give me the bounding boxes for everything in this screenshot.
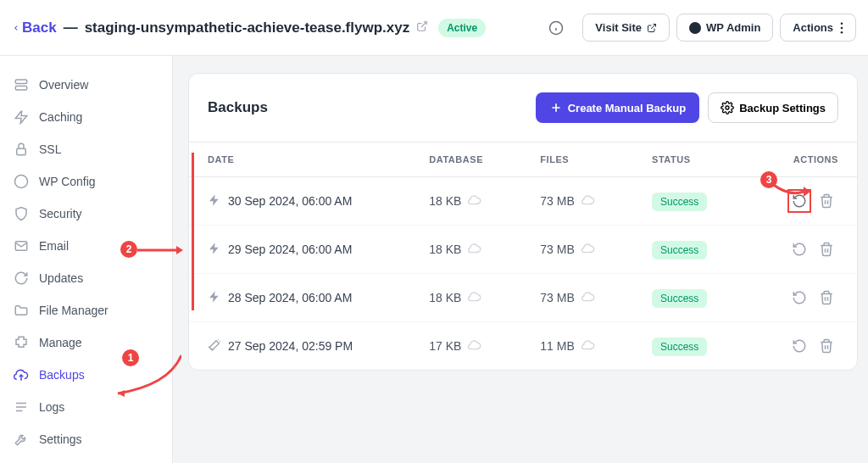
- list-icon: [14, 399, 29, 415]
- delete-button[interactable]: [815, 334, 838, 358]
- download-icon[interactable]: [575, 242, 595, 258]
- col-files: FILES: [521, 142, 633, 177]
- download-icon[interactable]: [575, 193, 595, 209]
- backup-settings-button[interactable]: Backup Settings: [708, 92, 838, 123]
- status-badge: Active: [438, 19, 486, 37]
- db-size: 18 KB: [429, 194, 461, 208]
- files-size: 11 MB: [540, 339, 574, 353]
- sidebar-item-updates[interactable]: Updates: [0, 262, 172, 294]
- download-icon[interactable]: [461, 193, 481, 209]
- col-status: STATUS: [633, 142, 746, 177]
- status-badge: Success: [652, 192, 707, 211]
- backups-panel: Backups Create Manual Backup Backup Sett…: [188, 73, 858, 371]
- sidebar-item-label: File Manager: [39, 304, 108, 317]
- lock-icon: [14, 142, 29, 157]
- gear-icon: [721, 101, 734, 114]
- external-link-icon: [647, 23, 657, 33]
- envelope-icon: [14, 238, 29, 254]
- sidebar-item-logs[interactable]: Logs: [0, 391, 172, 423]
- col-database: DATABASE: [410, 142, 521, 177]
- sidebar-item-settings[interactable]: Settings: [0, 423, 172, 455]
- sidebar-item-label: Manage: [39, 336, 82, 349]
- svg-point-7: [841, 31, 843, 33]
- sidebar-item-label: Backups: [39, 368, 85, 382]
- refresh-icon: [14, 271, 29, 286]
- lightning-icon: [14, 109, 29, 125]
- svg-point-18: [726, 106, 729, 109]
- sidebar-item-backups[interactable]: Backups: [0, 359, 172, 391]
- backup-type-icon: [208, 290, 228, 306]
- sidebar-item-ssl[interactable]: SSL: [0, 133, 172, 165]
- kebab-icon: [840, 22, 843, 34]
- backup-type-icon: [208, 338, 228, 354]
- table-row: 27 Sep 2024, 02:59 PM17 KB11 MBSuccess: [189, 322, 857, 371]
- restore-button[interactable]: [787, 286, 811, 310]
- col-date: DATE: [189, 142, 410, 177]
- svg-rect-10: [17, 148, 26, 155]
- sidebar-item-label: Caching: [39, 110, 82, 124]
- sidebar-item-label: WP Config: [39, 175, 96, 188]
- status-badge: Success: [652, 289, 707, 308]
- db-size: 18 KB: [429, 243, 461, 256]
- backup-date: 30 Sep 2024, 06:00 AM: [228, 194, 352, 208]
- backup-date: 29 Sep 2024, 06:00 AM: [228, 243, 352, 256]
- svg-line-4: [651, 24, 656, 29]
- download-icon[interactable]: [575, 290, 595, 306]
- external-link-icon[interactable]: [416, 20, 428, 35]
- puzzle-icon: [14, 335, 29, 350]
- annotation-line: [192, 153, 194, 310]
- create-backup-button[interactable]: Create Manual Backup: [536, 92, 699, 123]
- restore-button[interactable]: [787, 189, 811, 213]
- download-icon[interactable]: [575, 338, 595, 354]
- sidebar-item-label: Overview: [39, 78, 88, 92]
- shield-icon: [14, 206, 29, 221]
- table-row: 29 Sep 2024, 06:00 AM18 KB73 MBSuccess: [189, 226, 857, 274]
- sidebar-item-label: SSL: [39, 142, 61, 156]
- sidebar-item-security[interactable]: Security: [0, 198, 172, 230]
- svg-point-11: [15, 176, 28, 188]
- download-icon[interactable]: [461, 338, 481, 354]
- table-row: 30 Sep 2024, 06:00 AM18 KB73 MBSuccess: [189, 177, 857, 226]
- server-icon: [14, 77, 29, 92]
- sidebar-item-overview[interactable]: Overview: [0, 69, 172, 101]
- table-row: 28 Sep 2024, 06:00 AM18 KB73 MBSuccess: [189, 274, 857, 322]
- sidebar-item-wp-config[interactable]: WP Config: [0, 165, 172, 198]
- panel-title: Backups: [208, 99, 536, 116]
- sidebar: Overview Caching SSL WP Config Security …: [0, 56, 173, 463]
- svg-line-0: [421, 22, 426, 27]
- sidebar-item-caching[interactable]: Caching: [0, 101, 172, 133]
- folder-icon: [14, 303, 29, 318]
- delete-button[interactable]: [815, 189, 838, 213]
- backup-date: 27 Sep 2024, 02:59 PM: [228, 339, 353, 353]
- svg-marker-21: [176, 246, 183, 254]
- sidebar-item-email[interactable]: Email: [0, 230, 172, 262]
- visit-site-button[interactable]: Visit Site: [582, 14, 670, 42]
- wordpress-icon: [14, 174, 29, 189]
- files-size: 73 MB: [540, 243, 574, 256]
- backup-type-icon: [208, 193, 228, 209]
- sidebar-item-label: Security: [39, 207, 82, 220]
- back-button[interactable]: Back: [12, 20, 57, 36]
- status-badge: Success: [652, 241, 707, 259]
- sidebar-item-label: Email: [39, 239, 69, 253]
- info-icon[interactable]: [548, 20, 564, 36]
- sidebar-item-file-manager[interactable]: File Manager: [0, 294, 172, 326]
- delete-button[interactable]: [815, 286, 838, 310]
- download-icon[interactable]: [461, 242, 481, 258]
- svg-point-6: [841, 26, 843, 29]
- delete-button[interactable]: [815, 237, 838, 261]
- files-size: 73 MB: [540, 291, 574, 304]
- backup-date: 28 Sep 2024, 06:00 AM: [228, 291, 352, 304]
- db-size: 18 KB: [429, 291, 461, 304]
- svg-rect-9: [15, 86, 27, 91]
- separator: —: [64, 20, 78, 36]
- wp-admin-button[interactable]: WP Admin: [676, 14, 773, 42]
- actions-dropdown[interactable]: Actions: [780, 14, 856, 42]
- restore-button[interactable]: [787, 334, 811, 358]
- chevron-left-icon: [12, 21, 20, 35]
- db-size: 17 KB: [429, 339, 461, 353]
- restore-button[interactable]: [787, 237, 811, 261]
- wordpress-icon: [689, 22, 701, 34]
- download-icon[interactable]: [461, 290, 481, 306]
- sidebar-item-manage[interactable]: Manage: [0, 326, 172, 359]
